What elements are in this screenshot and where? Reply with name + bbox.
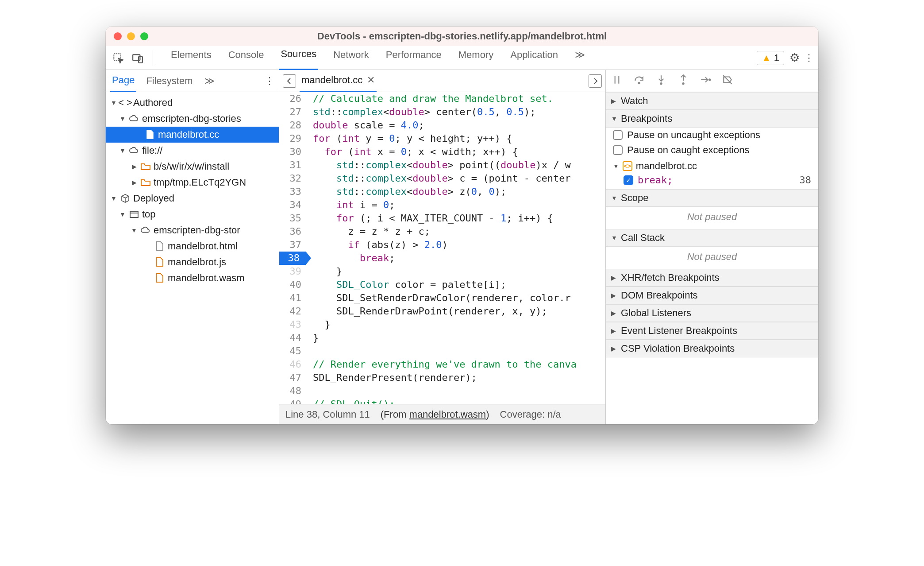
settings-icon[interactable]: ⚙ [789, 51, 800, 65]
file-icon [154, 241, 165, 251]
titlebar: DevTools - emscripten-dbg-stories.netlif… [106, 27, 818, 46]
callstack-empty: Not paused [606, 247, 818, 269]
tab-application[interactable]: Application [508, 46, 560, 70]
source-from-link[interactable]: mandelbrot.wasm [409, 409, 486, 420]
coverage-status: Coverage: n/a [500, 409, 561, 420]
pause-uncaught-row[interactable]: Pause on uncaught exceptions [606, 128, 818, 143]
tab-performance[interactable]: Performance [384, 46, 443, 70]
tree-origin-deployed[interactable]: ▼emscripten-dbg-stor [106, 222, 279, 238]
toggle-debugger-icon[interactable] [589, 74, 602, 88]
section-callstack[interactable]: ▼Call Stack [606, 229, 818, 247]
inspect-icon[interactable] [110, 50, 126, 66]
checkbox-checked-icon[interactable]: ✓ [624, 175, 633, 185]
pause-caught-row[interactable]: Pause on caught exceptions [606, 143, 818, 158]
tab-memory[interactable]: Memory [457, 46, 495, 70]
svg-point-11 [682, 83, 684, 84]
step-over-icon[interactable] [633, 74, 645, 88]
tree-file-mandelbrot-cc[interactable]: mandelbrot.cc [106, 127, 279, 143]
source-from: (From mandelbrot.wasm) [381, 409, 489, 420]
cube-icon [120, 194, 131, 203]
panel-body: Page Filesystem ≫ ⋮ ▼< >Authored ▼emscri… [106, 70, 818, 424]
warning-icon: ▲ [762, 52, 771, 64]
cloud-icon [140, 226, 151, 234]
tab-sources[interactable]: Sources [279, 46, 318, 70]
section-csp[interactable]: ▶CSP Violation Breakpoints [606, 340, 818, 357]
file-icon [154, 273, 165, 283]
section-dom[interactable]: ▶DOM Breakpoints [606, 287, 818, 304]
step-into-icon[interactable] [655, 74, 667, 88]
cursor-position: Line 38, Column 11 [285, 409, 370, 420]
sidebar-tabs: Page Filesystem ≫ ⋮ [106, 70, 279, 92]
sources-sidebar: Page Filesystem ≫ ⋮ ▼< >Authored ▼emscri… [106, 70, 279, 424]
checkbox-icon[interactable] [613, 145, 623, 155]
section-xhr[interactable]: ▶XHR/fetch Breakpoints [606, 269, 818, 287]
source-badge-icon: <> [623, 161, 632, 171]
debugger-toolbar [606, 70, 818, 92]
editor-statusbar: Line 38, Column 11 (From mandelbrot.wasm… [279, 404, 605, 424]
devtools-window: DevTools - emscripten-dbg-stories.netlif… [106, 27, 818, 424]
folder-icon [140, 178, 151, 186]
section-breakpoints[interactable]: ▼Breakpoints [606, 110, 818, 128]
cloud-icon [129, 147, 139, 155]
section-event[interactable]: ▶Event Listener Breakpoints [606, 322, 818, 340]
divider [153, 50, 153, 66]
window-title: DevTools - emscripten-dbg-stories.netlif… [106, 31, 818, 42]
tabs-overflow[interactable]: ≫ [573, 46, 587, 70]
debugger-pane: ▶Watch ▼Breakpoints Pause on uncaught ex… [606, 70, 818, 424]
panel-tabs: Elements Console Sources Network Perform… [169, 46, 753, 70]
tree-file-html[interactable]: mandelbrot.html [106, 238, 279, 254]
svg-point-9 [660, 83, 662, 84]
step-out-icon[interactable] [678, 74, 689, 88]
device-toggle-icon[interactable] [130, 50, 146, 66]
editor-pane: mandelbrot.cc ✕ 262728293031323334353637… [279, 70, 606, 424]
file-icon [154, 257, 165, 267]
line-gutter[interactable]: 2627282930313233343536373839404142434445… [279, 92, 306, 404]
step-icon[interactable] [700, 74, 711, 88]
svg-rect-3 [130, 211, 138, 217]
editor-tab-mandelbrot[interactable]: mandelbrot.cc ✕ [300, 70, 377, 92]
close-tab-icon[interactable]: ✕ [367, 74, 375, 86]
sidebar-kebab-icon[interactable]: ⋮ [265, 75, 274, 87]
svg-point-13 [709, 79, 710, 80]
tab-elements[interactable]: Elements [169, 46, 213, 70]
tree-authored[interactable]: ▼< >Authored [106, 95, 279, 111]
warning-count: 1 [774, 52, 779, 64]
pause-icon[interactable] [611, 74, 623, 88]
folder-icon [140, 163, 151, 171]
tree-file-js[interactable]: mandelbrot.js [106, 254, 279, 270]
tree-origin-authored[interactable]: ▼emscripten-dbg-stories [106, 111, 279, 127]
scope-empty: Not paused [606, 207, 818, 229]
deactivate-breakpoints-icon[interactable] [722, 74, 733, 88]
tab-network[interactable]: Network [331, 46, 371, 70]
sidebar-tabs-overflow[interactable]: ≫ [203, 70, 216, 92]
code-editor[interactable]: 2627282930313233343536373839404142434445… [279, 92, 605, 404]
tree-folder-install[interactable]: ▶b/s/w/ir/x/w/install [106, 159, 279, 174]
section-global[interactable]: ▶Global Listeners [606, 304, 818, 322]
tab-console[interactable]: Console [227, 46, 266, 70]
section-scope[interactable]: ▼Scope [606, 189, 818, 207]
warning-badge[interactable]: ▲ 1 [757, 51, 784, 65]
kebab-icon[interactable]: ⋮ [804, 52, 814, 64]
sidebar-tab-filesystem[interactable]: Filesystem [144, 70, 194, 92]
tree-deployed[interactable]: ▼Deployed [106, 190, 279, 206]
cloud-icon [129, 115, 139, 123]
brackets-icon: < > [120, 97, 131, 109]
file-icon [145, 130, 155, 140]
checkbox-icon[interactable] [613, 130, 623, 140]
sidebar-tab-page[interactable]: Page [110, 70, 136, 92]
svg-point-7 [638, 82, 639, 83]
toolbar-right: ▲ 1 ⚙ ⋮ [757, 51, 814, 65]
code-content[interactable]: // Calculate and draw the Mandelbrot set… [306, 92, 605, 404]
tree-file-scheme[interactable]: ▼file:// [106, 143, 279, 159]
breakpoint-entry[interactable]: ✓break;38 [606, 173, 818, 189]
file-tree: ▼< >Authored ▼emscripten-dbg-stories man… [106, 92, 279, 289]
section-watch[interactable]: ▶Watch [606, 92, 818, 110]
tree-file-wasm[interactable]: mandelbrot.wasm [106, 270, 279, 286]
tree-top[interactable]: ▼top [106, 206, 279, 222]
main-toolbar: Elements Console Sources Network Perform… [106, 46, 818, 70]
breakpoint-file[interactable]: ▼<>mandelbrot.cc [606, 158, 818, 173]
frame-icon [129, 211, 139, 218]
tree-folder-tmp[interactable]: ▶tmp/tmp.ELcTq2YGN [106, 174, 279, 190]
editor-tabs: mandelbrot.cc ✕ [279, 70, 605, 92]
toggle-navigator-icon[interactable] [283, 74, 296, 88]
